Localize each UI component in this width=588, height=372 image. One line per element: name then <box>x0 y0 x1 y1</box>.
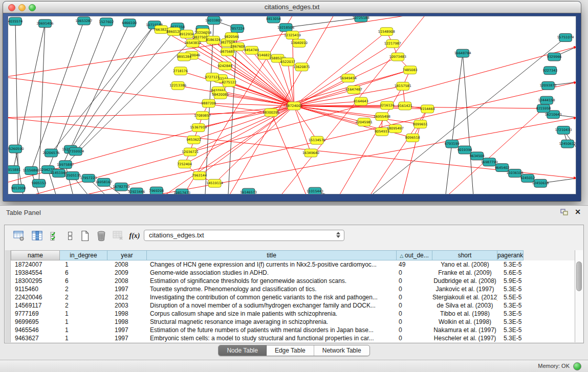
table-row[interactable]: 1830029562008Estimation of significance … <box>11 277 575 285</box>
graph-node[interactable]: 16648784 <box>454 49 471 57</box>
graph-node[interactable]: 1527602 <box>99 18 114 26</box>
graph-node[interactable]: 11015443 <box>307 187 323 194</box>
graph-node[interactable]: 20691406 <box>36 19 53 28</box>
graph-node[interactable]: 9453622 <box>186 136 201 144</box>
graph-node[interactable]: 7857224 <box>230 25 245 33</box>
graph-edge[interactable] <box>15 21 18 188</box>
graph-node[interactable]: 11156869 <box>23 167 39 175</box>
table-row[interactable]: 977716911998Corpus callosum shape and si… <box>11 310 575 318</box>
graph-node[interactable]: 7969208 <box>149 187 164 194</box>
float-panel-icon[interactable] <box>560 209 569 216</box>
tab-network-table[interactable]: Network Table <box>314 345 369 356</box>
graph-edge[interactable] <box>286 18 361 28</box>
graph-edge[interactable] <box>8 113 271 118</box>
graph-node[interactable]: 7485083 <box>403 66 418 74</box>
graph-node[interactable]: 9645402 <box>495 164 510 172</box>
graph-node[interactable]: 17957223 <box>80 174 97 182</box>
graph-edge[interactable] <box>76 27 178 151</box>
graph-edge[interactable] <box>294 106 543 108</box>
graph-node[interactable]: 12444158 <box>538 96 555 104</box>
graph-node[interactable]: 13640910 <box>291 39 308 47</box>
graph-node[interactable]: 8813054 <box>266 16 281 23</box>
graph-node[interactable]: 16955498 <box>374 113 390 121</box>
graph-node[interactable]: 4275122 <box>222 79 236 87</box>
graph-node[interactable]: 12923446 <box>128 188 145 194</box>
graph-node[interactable]: 10973483 <box>389 53 406 61</box>
graph-node[interactable]: 17359924 <box>67 147 84 156</box>
graph-node[interactable]: 20206576 <box>42 149 59 157</box>
graph-node[interactable]: 6466100 <box>122 19 137 27</box>
row-height-button[interactable] <box>63 229 77 243</box>
graph-edge[interactable] <box>463 53 473 194</box>
graph-node[interactable]: 12450618 <box>532 179 549 187</box>
graph-node[interactable]: 12093872 <box>540 82 557 90</box>
graph-node[interactable]: 17089857 <box>194 112 211 120</box>
graph-node[interactable]: 14519114 <box>206 179 223 187</box>
graph-node[interactable]: 9161421 <box>398 102 412 110</box>
table-settings-button[interactable] <box>12 229 26 243</box>
graph-node[interactable]: 3915881 <box>8 166 20 174</box>
graph-node[interactable]: 16949454 <box>340 74 357 82</box>
table-row[interactable]: 1456911722003Disruption of a novel membe… <box>11 301 575 310</box>
tab-edge-table[interactable]: Edge Table <box>267 345 314 356</box>
graph-node[interactable]: 9154469 <box>420 105 435 113</box>
graph-node[interactable]: 19975887 <box>57 161 74 169</box>
graph-edge[interactable] <box>271 113 308 194</box>
graph-node[interactable]: 25260590 <box>8 145 24 153</box>
graph-node[interactable]: 15134576 <box>309 136 325 144</box>
graph-node[interactable]: 8164643 <box>354 97 368 105</box>
graph-node[interactable]: 8912934 <box>179 30 194 38</box>
graph-edge[interactable] <box>445 53 463 194</box>
graph-node[interactable]: 7252404 <box>177 160 192 168</box>
graph-node[interactable]: 12213386 <box>169 82 186 90</box>
table-select[interactable]: citations_edges.txt <box>144 230 344 241</box>
graph-node[interactable]: 15751074 <box>557 34 574 42</box>
graph-node[interactable]: 3216126 <box>380 101 395 110</box>
network-canvas[interactable]: 4035574206914061065328715276026466100107… <box>8 16 576 194</box>
graph-node[interactable]: 16349640 <box>302 149 319 157</box>
table-row[interactable]: 911546021997Tourette syndrome. Phenomeno… <box>11 285 575 293</box>
table-row[interactable]: 946554611997Estimation of the future num… <box>11 326 575 334</box>
graph-node[interactable]: 8096518 <box>405 134 420 142</box>
graph-node[interactable]: 16543812 <box>184 39 201 47</box>
graph-node[interactable]: 12325419 <box>284 31 301 39</box>
graph-node[interactable]: 9329966 <box>547 53 562 61</box>
graph-node[interactable]: 9875685 <box>220 48 235 56</box>
graph-node[interactable]: 16146573 <box>240 188 257 194</box>
graph-node[interactable]: 7963144 <box>192 172 207 180</box>
graph-edge[interactable] <box>294 78 348 106</box>
graph-node[interactable]: 18095497 <box>387 125 404 133</box>
graph-node[interactable]: 5905153 <box>31 179 46 187</box>
graph-node[interactable]: 9242848 <box>217 62 232 70</box>
graph-node[interactable]: 12036721 <box>182 148 199 156</box>
table-row[interactable]: 1938455462009Genome-wide association stu… <box>11 269 575 277</box>
graph-edge[interactable] <box>294 106 364 122</box>
vertical-scrollbar[interactable] <box>575 250 583 342</box>
graph-node[interactable]: 9012008 <box>11 184 26 192</box>
graph-node[interactable]: 13620871 <box>293 63 310 71</box>
graph-node[interactable]: 13505135 <box>64 172 81 180</box>
graph-edge[interactable] <box>228 16 336 194</box>
delete-rows-trash-button[interactable] <box>94 229 108 243</box>
function-builder-button[interactable]: f(x) <box>127 229 142 243</box>
graph-node[interactable]: 9227343 <box>543 67 558 75</box>
column-header-name[interactable]: name <box>11 250 60 260</box>
column-header-short[interactable]: short <box>432 250 497 260</box>
graph-node[interactable]: 16987799 <box>481 158 498 166</box>
graph-node[interactable]: 16958167 <box>95 178 112 186</box>
table-row[interactable]: 2242004622012Investigating the contribut… <box>11 293 575 301</box>
graph-node[interactable]: 19218506 <box>277 24 294 32</box>
graph-node[interactable]: 9019394 <box>458 146 472 154</box>
graph-edge[interactable] <box>8 118 576 179</box>
graph-node[interactable]: 9891284 <box>177 53 191 61</box>
graph-node[interactable]: 9727121 <box>205 73 220 81</box>
delete-table-button[interactable] <box>111 229 125 243</box>
graph-edge[interactable] <box>71 25 155 149</box>
table-row[interactable]: 946362711997Embryonic stem cells: a mode… <box>11 334 575 342</box>
tab-node-table[interactable]: Node Table <box>219 345 267 356</box>
scrollbar-thumb[interactable] <box>576 261 582 291</box>
column-header-title[interactable]: title <box>147 250 397 260</box>
graph-node[interactable]: 9820546 <box>224 33 239 41</box>
select-rows-button[interactable] <box>48 229 62 243</box>
graph-node[interactable]: 12217987 <box>384 39 401 48</box>
